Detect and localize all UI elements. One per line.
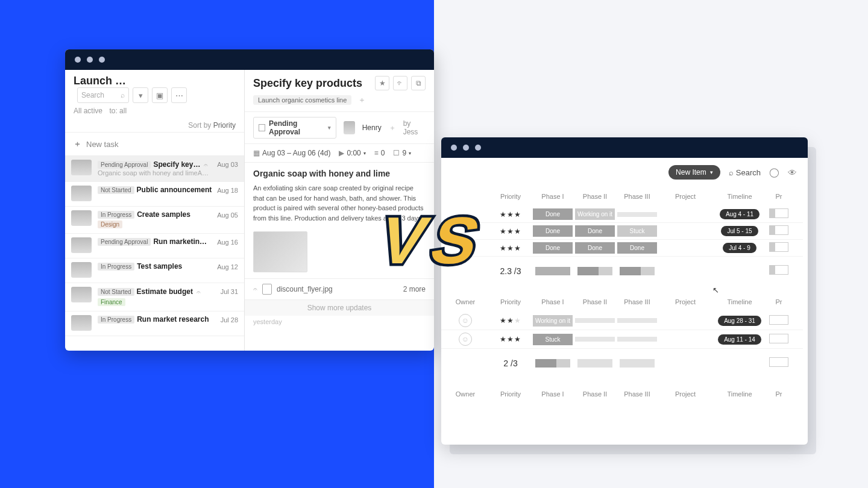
link-button[interactable]: ⧉ (411, 76, 426, 90)
phase-cell[interactable]: Stuck (617, 225, 657, 237)
task-row[interactable]: Pending Approval Run marketin… Aug 16 (65, 234, 244, 258)
folder-button[interactable]: ▣ (152, 87, 168, 103)
search-button[interactable]: ⌕ Search (729, 168, 761, 177)
filter-to-all[interactable]: to: all (109, 107, 127, 115)
col-phase1: Phase I (532, 388, 574, 400)
attachment-name[interactable]: discount_flyer.jpg (277, 285, 333, 293)
owner-icon[interactable]: ☺ (459, 333, 472, 346)
window-control-dot[interactable] (463, 145, 469, 151)
progress-cell[interactable] (769, 315, 788, 325)
phase-cell[interactable]: Done (533, 208, 573, 220)
progress-cell[interactable] (769, 242, 788, 252)
parent-tag[interactable]: Launch organic cosmetics line (253, 95, 351, 105)
new-task-button[interactable]: ＋ New task (65, 133, 244, 156)
rss-button[interactable]: ᯤ (393, 76, 407, 90)
plus-icon: ＋ (74, 139, 81, 149)
phase-cell[interactable] (575, 318, 615, 323)
board-toolbar: New Item ▾ ⌕ Search ◯ 👁 (441, 158, 808, 187)
phase-cell[interactable]: Done (533, 242, 573, 254)
assignee-name: Henry (362, 124, 382, 132)
attachment-icon[interactable]: 𝄐 (253, 285, 257, 293)
phase-cell[interactable]: Done (575, 242, 615, 254)
timeline-pill[interactable]: Jul 4 - 9 (723, 243, 756, 253)
task-row[interactable]: Pending Approval Specify key… 𝄐 Organic … (65, 156, 244, 182)
col-priority: Priority (489, 190, 532, 202)
window-control-dot[interactable] (451, 145, 457, 151)
subtasks-count[interactable]: ≡ 0 (374, 149, 385, 157)
phase-cell[interactable]: Working on it (533, 315, 573, 327)
show-more-updates[interactable]: Show more updates (245, 299, 434, 316)
chevron-down-icon: ▾ (409, 151, 411, 156)
board-row[interactable]: ☺ ★★★ Working on it Aug 28 - 31 (441, 311, 803, 330)
phase-cell[interactable]: Done (533, 225, 573, 237)
task-title: Run marketin… (153, 237, 207, 246)
priority-stars[interactable]: ★★★ (489, 242, 532, 255)
attachment-more[interactable]: 2 more (403, 285, 426, 293)
priority-stars[interactable]: ★★★ (489, 208, 532, 221)
phase-cell[interactable] (617, 318, 657, 323)
checklist-count[interactable]: ☐ 9 ▾ (393, 149, 411, 157)
date-range[interactable]: ▦ Aug 03 – Aug 06 (4d) (253, 149, 330, 157)
person-icon[interactable]: ◯ (769, 167, 779, 178)
board-row[interactable]: ☺ ★★★ Stuck Aug 11 - 14 (441, 330, 803, 349)
board-row[interactable]: ★★★ Done Done Done Jul 4 - 9 (441, 240, 803, 257)
filter-all-active[interactable]: All active (74, 107, 102, 115)
checklist-value: 9 (402, 149, 406, 157)
progress-cell[interactable] (769, 334, 788, 343)
filter-button[interactable]: ▾ (133, 87, 148, 103)
summary-block (620, 359, 655, 368)
window-control-dot[interactable] (475, 145, 481, 151)
window-control-dot[interactable] (99, 57, 105, 63)
task-row[interactable]: In Progress Run market research Jul 28 (65, 311, 244, 336)
calendar-icon: ▦ (253, 149, 260, 157)
subtasks-value: 0 (381, 149, 385, 157)
add-tag-button[interactable]: ＋ (358, 95, 366, 105)
search-input[interactable]: Search ⌕ (77, 87, 129, 103)
board-row[interactable]: ★★★ Done Done Stuck Jul 5 - 15 (441, 223, 803, 240)
timeline-pill[interactable]: Aug 11 - 14 (718, 334, 761, 345)
progress-cell[interactable] (769, 225, 788, 235)
timeline-pill[interactable]: Aug 28 - 31 (718, 316, 761, 326)
priority-stars[interactable]: ★★★ (489, 314, 532, 327)
task-title: Public announcement (137, 186, 212, 194)
phase-cell[interactable] (617, 212, 657, 217)
phase-cell[interactable]: Done (575, 225, 615, 237)
phase-cell[interactable]: Working on it (575, 208, 615, 220)
sort-control[interactable]: Sort by Priority (65, 119, 244, 133)
add-assignee-button[interactable]: ＋ (389, 123, 396, 133)
timer-control[interactable]: ▶ 0:00 ▾ (339, 149, 365, 157)
assignee-avatar[interactable] (344, 121, 354, 134)
image-thumbnail[interactable] (253, 231, 307, 272)
star-button[interactable]: ★ (375, 76, 389, 90)
new-item-button[interactable]: New Item ▾ (668, 165, 720, 180)
priority-stars[interactable]: ★★★ (489, 333, 532, 346)
task-row[interactable]: In Progress Test samples Aug 12 (65, 258, 244, 283)
col-timeline: Timeline (712, 190, 767, 202)
new-task-label: New task (86, 140, 118, 149)
phase-cell[interactable]: Done (617, 242, 657, 254)
board-row[interactable]: ★★★ Done Working on it Aug 4 - 11 (441, 206, 803, 223)
priority-stars[interactable]: ★★★ (489, 225, 532, 238)
eye-icon[interactable]: 👁 (788, 167, 797, 178)
task-list-pane: Launch … Search ⌕ ▾ ▣ ⋯ All active to: a… (65, 70, 245, 351)
task-row[interactable]: Not Started Estimate budget 𝄐 Finance Ju… (65, 283, 244, 311)
phase-cell[interactable] (617, 337, 657, 342)
search-icon: ⌕ (729, 168, 734, 177)
phase-cell[interactable] (575, 337, 615, 342)
play-icon: ▶ (339, 149, 344, 157)
summary-score: 2.3 /3 (489, 264, 532, 278)
col-phase2: Phase II (574, 296, 616, 308)
status-dropdown[interactable]: Pending Approval ▾ (253, 117, 336, 139)
more-button[interactable]: ⋯ (171, 87, 187, 103)
task-row[interactable]: In Progress Create samples Design Aug 05 (65, 207, 244, 234)
timeline-pill[interactable]: Aug 4 - 11 (720, 209, 760, 219)
window-control-dot[interactable] (75, 57, 81, 63)
progress-cell[interactable] (769, 208, 788, 218)
timeline-pill[interactable]: Jul 5 - 15 (721, 226, 758, 236)
col-phase3: Phase III (616, 190, 658, 202)
phase-cell[interactable]: Stuck (533, 334, 573, 345)
owner-icon[interactable]: ☺ (459, 314, 472, 327)
window-control-dot[interactable] (87, 57, 93, 63)
body-text: An exfoliating skin care soap created by… (253, 183, 426, 223)
task-row[interactable]: Not Started Public announcement Aug 18 (65, 182, 244, 207)
